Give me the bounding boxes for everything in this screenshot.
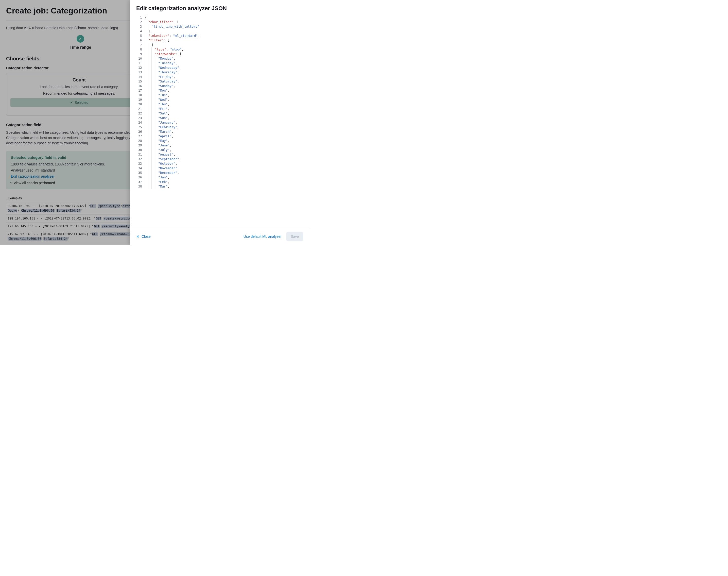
save-button[interactable]: Save [286, 232, 303, 241]
line-gutter: 1234567891011121314151617181920212223242… [134, 15, 145, 189]
close-button[interactable]: ✕ Close [136, 234, 151, 239]
default-analyzer-link[interactable]: Use default ML analyzer [244, 234, 281, 238]
flyout-footer: ✕ Close Use default ML analyzer Save [130, 228, 309, 245]
code-content[interactable]: {"char_filter": ["first_line_with_letter… [145, 15, 306, 189]
flyout-title: Edit categorization analyzer JSON [136, 5, 303, 12]
analyzer-flyout: Edit categorization analyzer JSON 123456… [130, 0, 309, 245]
close-label: Close [142, 234, 151, 238]
close-icon: ✕ [136, 234, 140, 239]
flyout-body: 1234567891011121314151617181920212223242… [130, 15, 309, 228]
json-editor[interactable]: 1234567891011121314151617181920212223242… [134, 15, 306, 189]
flyout-header: Edit categorization analyzer JSON [130, 0, 309, 15]
